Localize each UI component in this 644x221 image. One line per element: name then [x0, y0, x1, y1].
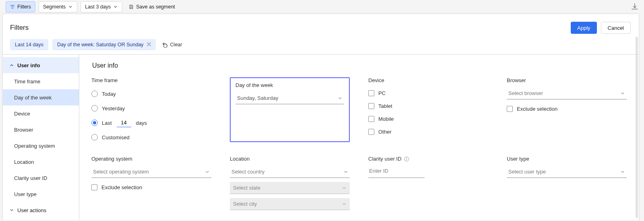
label-day-of-week: Day of the week [235, 82, 344, 88]
chevron-up-icon [9, 63, 14, 68]
checkbox-mobile-label: Mobile [378, 116, 394, 122]
close-icon[interactable] [147, 42, 151, 48]
save-as-segment-button[interactable]: Save as segment [126, 1, 178, 12]
block-device: Device PC Tablet Mobile [368, 77, 488, 142]
checkbox-icon [507, 106, 513, 112]
checkbox-tablet-label: Tablet [378, 103, 392, 109]
radio-icon [91, 120, 98, 126]
checkbox-browser-exclude[interactable]: Exclude selection [507, 106, 627, 112]
sidebar-group-user-actions[interactable]: User actions [3, 202, 79, 218]
chevron-down-icon [68, 4, 73, 9]
sidebar-item-browser[interactable]: Browser [3, 122, 79, 138]
label-time-frame: Time frame [91, 77, 211, 83]
radio-customised-label: Customised [102, 134, 130, 140]
select-os-placeholder: Select operating system [93, 169, 149, 175]
checkbox-other-label: Other [378, 129, 392, 135]
filter-main: User info Time frame Today Yesterday [79, 55, 639, 221]
sidebar-item-device[interactable]: Device [3, 105, 79, 122]
select-browser-placeholder: Select browser [508, 90, 543, 96]
block-operating-system: Operating system Select operating system… [91, 156, 211, 210]
range-button[interactable]: Last 3 days [80, 1, 122, 12]
select-city-placeholder: Select city [233, 201, 257, 207]
sidebar-group-user-info-label: User info [17, 62, 40, 68]
filter-grid: Time frame Today Yesterday Last [91, 77, 627, 210]
panel-actions: Apply Cancel [571, 22, 631, 34]
radio-last-label: Last [102, 120, 112, 126]
last-days-input[interactable] [117, 118, 131, 127]
undo-icon [162, 42, 168, 48]
label-location: Location [230, 156, 350, 162]
pill-day-of-week[interactable]: Day of the week: Saturday OR Sunday [52, 39, 156, 50]
radio-last-n-days[interactable]: Last days [91, 118, 211, 128]
sidebar-item-operating-system[interactable]: Operating system [3, 138, 79, 154]
radio-days-label: days [136, 120, 147, 126]
apply-button[interactable]: Apply [571, 22, 597, 34]
app-top-bar: Filters Segments Last 3 days Save as seg… [0, 0, 644, 14]
select-operating-system[interactable]: Select operating system [91, 166, 211, 178]
pill-date-range[interactable]: Last 14 days [10, 39, 48, 50]
checkbox-other[interactable]: Other [368, 128, 488, 136]
sidebar-item-time-frame[interactable]: Time frame [3, 73, 79, 89]
select-state: Select state [230, 182, 350, 194]
block-time-frame: Time frame Today Yesterday Last [91, 77, 211, 142]
filters-icon [10, 4, 15, 9]
pill-day-of-week-label: Day of the week: Saturday OR Sunday [57, 42, 144, 48]
chevron-down-icon [342, 186, 347, 190]
input-clarity-user-id[interactable] [368, 166, 425, 178]
info-icon [404, 156, 409, 162]
chevron-down-icon [205, 169, 210, 174]
select-day-of-week[interactable]: Sunday, Saturday [235, 92, 344, 104]
download-icon[interactable] [631, 3, 638, 10]
sidebar-item-user-type[interactable]: User type [3, 186, 79, 202]
select-city: Select city [230, 198, 350, 210]
checkbox-list-device: PC Tablet Mobile Other [368, 89, 488, 136]
cancel-button[interactable]: Cancel [601, 22, 631, 34]
checkbox-icon [368, 116, 374, 122]
chevron-down-icon [343, 169, 348, 174]
panel-title: Filters [10, 24, 29, 32]
radio-yesterday[interactable]: Yesterday [91, 103, 211, 113]
radio-icon [91, 105, 98, 112]
sidebar-item-clarity-user-id[interactable]: Clarity user ID [3, 170, 79, 186]
radio-yesterday-label: Yesterday [102, 105, 125, 112]
label-device: Device [368, 77, 488, 83]
checkbox-os-exclude[interactable]: Exclude selection [91, 184, 211, 190]
checkbox-tablet[interactable]: Tablet [368, 102, 488, 110]
label-user-type: User type [507, 156, 627, 162]
checkbox-icon [368, 90, 374, 96]
sidebar-item-location[interactable]: Location [3, 154, 79, 170]
segments-button-label: Segments [43, 4, 66, 10]
chevron-down-icon [113, 4, 118, 9]
label-browser: Browser [507, 77, 627, 83]
select-user-type[interactable]: Select user type [507, 166, 627, 178]
radio-icon [91, 91, 98, 97]
checkbox-pc[interactable]: PC [368, 89, 488, 97]
filters-button[interactable]: Filters [6, 1, 35, 12]
chevron-down-icon [342, 202, 347, 207]
sidebar-item-day-of-week[interactable]: Day of the week [3, 89, 79, 105]
select-country-placeholder: Select country [231, 169, 264, 175]
sidebar-group-user-actions-label: User actions [17, 207, 46, 213]
select-browser[interactable]: Select browser [507, 87, 627, 99]
select-day-of-week-value: Sunday, Saturday [237, 95, 278, 101]
panel-header: Filters Apply Cancel [3, 14, 639, 36]
select-country[interactable]: Select country [230, 166, 350, 178]
active-filters-row: Last 14 days Day of the week: Saturday O… [3, 36, 639, 55]
chevron-down-icon [620, 91, 625, 96]
clear-button[interactable]: Clear [160, 41, 185, 48]
checkbox-pc-label: PC [378, 90, 386, 96]
block-day-of-week: Day of the week Sunday, Saturday [230, 77, 350, 142]
checkbox-browser-exclude-label: Exclude selection [517, 106, 557, 112]
sidebar-group-user-info[interactable]: User info [3, 57, 79, 73]
checkbox-mobile[interactable]: Mobile [368, 115, 488, 123]
label-clarity-user-id-text: Clarity user ID [368, 156, 401, 162]
block-user-type: User type Select user type [507, 156, 627, 210]
chevron-down-icon [338, 96, 343, 101]
radio-today[interactable]: Today [91, 89, 211, 99]
block-clarity-user-id: Clarity user ID [368, 156, 488, 210]
checkbox-icon [368, 129, 374, 135]
radio-list-time-frame: Today Yesterday Last days [91, 89, 211, 142]
clear-button-label: Clear [170, 42, 182, 48]
segments-button[interactable]: Segments [39, 1, 77, 12]
radio-customised[interactable]: Customised [91, 132, 211, 142]
